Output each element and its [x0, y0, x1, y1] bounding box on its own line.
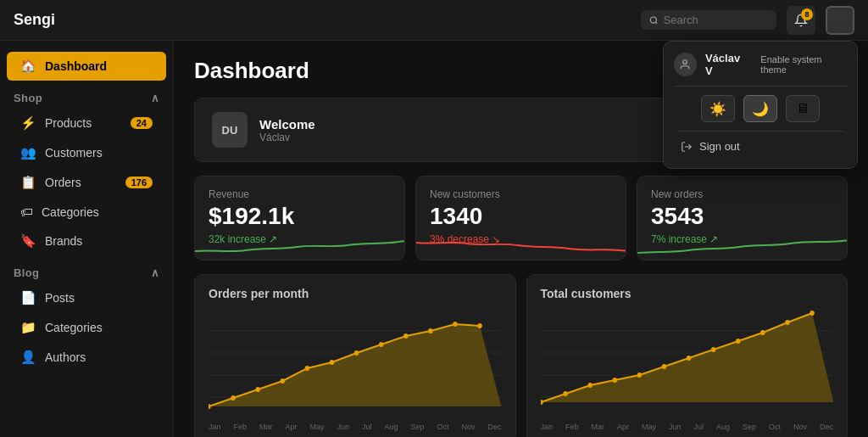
- dropdown-menu: Václav V Enable system theme ☀️ 🌙 🖥 Sign…: [663, 41, 858, 169]
- search-icon: [649, 15, 659, 25]
- stat-card-orders: New orders 3543 7% increase ↗: [637, 176, 848, 261]
- chart-card-orders: Orders per month: [194, 274, 516, 437]
- categories-shop-icon: 🏷: [20, 204, 33, 219]
- products-badge: 24: [131, 117, 153, 129]
- home-icon: 🏠: [20, 59, 36, 74]
- sidebar-shop-section: Shop ∧: [0, 81, 173, 108]
- signout-icon: [681, 141, 693, 153]
- search-input[interactable]: [664, 14, 768, 26]
- theme-options: ☀️ 🌙 🖥: [674, 95, 847, 122]
- svg-point-33: [686, 356, 690, 361]
- customers-chart-area: [541, 309, 834, 419]
- products-label: Products: [45, 116, 92, 130]
- notification-button[interactable]: 8: [787, 6, 815, 35]
- welcome-avatar: DU: [212, 112, 248, 148]
- revenue-sparkline: [195, 234, 405, 260]
- enable-theme-label: Enable system theme: [760, 54, 847, 75]
- svg-point-21: [477, 323, 481, 328]
- svg-point-35: [736, 339, 740, 344]
- customers-chart-svg: [541, 309, 834, 419]
- svg-point-12: [255, 387, 259, 392]
- svg-point-0: [650, 17, 656, 23]
- sidebar-item-brands[interactable]: 🔖 Brands: [7, 227, 166, 255]
- sidebar-item-categories-shop[interactable]: 🏷 Categories: [7, 198, 166, 226]
- blog-chevron-icon: ∧: [151, 266, 159, 279]
- shop-chevron-icon: ∧: [151, 92, 159, 104]
- shop-section-label: Shop: [14, 92, 42, 104]
- svg-point-17: [379, 342, 383, 347]
- customers-stat-value: 1340: [430, 204, 612, 230]
- svg-line-1: [655, 22, 657, 24]
- svg-point-20: [453, 322, 457, 327]
- sidebar-blog-section: Blog ∧: [0, 256, 173, 283]
- svg-point-18: [403, 333, 408, 339]
- posts-label: Posts: [45, 291, 75, 305]
- categories-blog-label: Categories: [45, 321, 103, 334]
- posts-icon: 📄: [20, 290, 36, 305]
- theme-dark-button[interactable]: 🌙: [743, 95, 777, 122]
- revenue-label: Revenue: [209, 188, 391, 200]
- theme-light-button[interactable]: ☀️: [701, 95, 735, 122]
- svg-point-37: [785, 320, 789, 325]
- search-box[interactable]: [641, 10, 776, 30]
- orders-label: Orders: [45, 176, 81, 189]
- svg-point-29: [587, 383, 592, 388]
- dropdown-username: Václav V: [705, 52, 748, 77]
- topnav: Sengi 8: [0, 0, 868, 41]
- svg-point-10: [209, 404, 211, 409]
- orders-month-labels: JanFebMarAprMayJunJulAugSepOctNovDec: [209, 423, 502, 431]
- orders-badge: 176: [125, 176, 153, 188]
- categories-blog-icon: 📁: [20, 320, 36, 335]
- orders-stat-label: New orders: [651, 188, 833, 200]
- customers-stat-label: New customers: [430, 188, 612, 200]
- brands-label: Brands: [45, 234, 82, 248]
- svg-point-36: [760, 330, 765, 335]
- dropdown-user-row: Václav V Enable system theme: [674, 52, 847, 87]
- stat-cards: Revenue $192.1k 32k increase ↗ New custo…: [194, 176, 848, 261]
- dropdown-signout[interactable]: Sign out: [674, 131, 847, 158]
- svg-point-31: [637, 373, 641, 378]
- chart-cards: Orders per month: [194, 274, 848, 437]
- sidebar-item-orders[interactable]: 📋 Orders 176: [7, 168, 166, 197]
- stat-card-revenue: Revenue $192.1k 32k increase ↗: [194, 176, 405, 261]
- blog-section-label: Blog: [14, 266, 39, 279]
- signout-label: Sign out: [699, 140, 740, 153]
- svg-point-34: [710, 347, 715, 352]
- svg-point-32: [661, 364, 665, 369]
- customers-label: Customers: [45, 146, 103, 160]
- categories-shop-label: Categories: [42, 205, 99, 219]
- svg-point-30: [612, 378, 616, 383]
- svg-point-2: [683, 60, 687, 64]
- authors-icon: 👤: [20, 350, 36, 365]
- orders-icon: 📋: [20, 175, 36, 190]
- welcome-info: Welcome Václav: [259, 117, 315, 143]
- svg-point-16: [354, 350, 359, 356]
- chart-card-total-customers: Total customers: [526, 274, 849, 437]
- orders-chart-title: Orders per month: [209, 287, 502, 300]
- orders-chart-area: [209, 309, 502, 419]
- svg-point-13: [281, 378, 285, 384]
- svg-point-11: [231, 395, 235, 401]
- welcome-subtitle: Václav: [259, 132, 315, 143]
- orders-chart-svg: [209, 309, 502, 419]
- authors-label: Authors: [45, 350, 86, 364]
- customers-chart-title: Total customers: [541, 287, 834, 300]
- sidebar-item-dashboard[interactable]: 🏠 Dashboard: [7, 52, 166, 81]
- sidebar-item-posts[interactable]: 📄 Posts: [7, 283, 166, 312]
- products-icon: ⚡: [20, 115, 36, 131]
- sidebar-item-categories-blog[interactable]: 📁 Categories: [7, 313, 166, 342]
- sidebar-item-authors[interactable]: 👤 Authors: [7, 343, 166, 372]
- topnav-right: 8: [641, 6, 854, 35]
- revenue-value: $192.1k: [209, 204, 391, 230]
- notification-badge: 8: [801, 8, 813, 20]
- avatar[interactable]: [826, 6, 854, 35]
- sidebar-item-products[interactable]: ⚡ Products 24: [7, 109, 166, 137]
- sidebar-item-customers[interactable]: 👥 Customers: [7, 138, 166, 167]
- welcome-name: Welcome: [259, 117, 315, 132]
- orders-sparkline: [637, 234, 848, 260]
- customers-icon: 👥: [20, 145, 36, 160]
- svg-point-15: [330, 360, 334, 365]
- welcome-left: DU Welcome Václav: [212, 112, 315, 148]
- sidebar: 🏠 Dashboard Shop ∧ ⚡ Products 24 👥 Custo…: [0, 41, 174, 437]
- theme-system-button[interactable]: 🖥: [786, 95, 820, 122]
